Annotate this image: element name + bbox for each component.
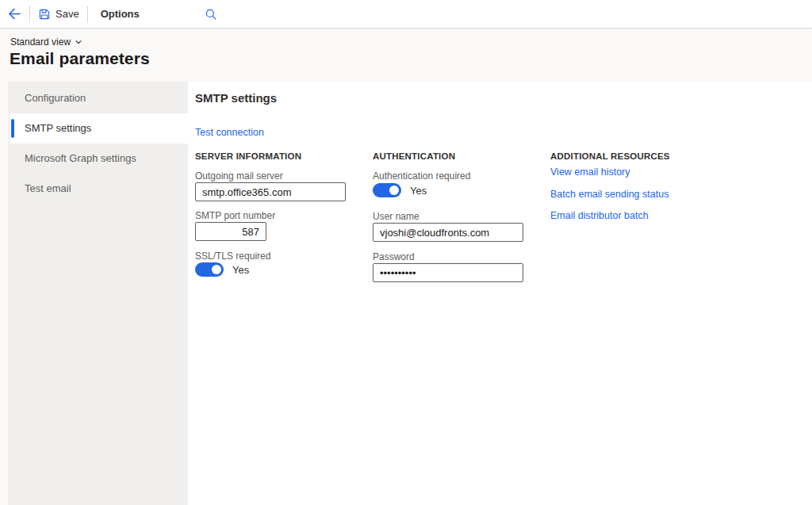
- command-bar: Save Options: [0, 0, 812, 29]
- sidebar-item-label: Test email: [25, 182, 71, 194]
- back-button[interactable]: [0, 0, 29, 28]
- authentication-heading: AUTHENTICATION: [373, 151, 455, 161]
- ssl-tls-state: Yes: [232, 264, 249, 276]
- toggle-knob: [212, 265, 221, 274]
- sidebar-item-label: Microsoft Graph settings: [25, 152, 136, 164]
- content-area: Configuration SMTP settings Microsoft Gr…: [0, 82, 812, 505]
- user-name-input[interactable]: [373, 223, 523, 242]
- server-information-heading: SERVER INFORMATION: [195, 151, 301, 161]
- save-button-label: Save: [56, 8, 79, 20]
- authentication-required-label: Authentication required: [373, 170, 470, 182]
- additional-resources-group: ADDITIONAL RESOURCES View email history …: [550, 82, 709, 505]
- smtp-port-label: SMTP port number: [195, 210, 275, 221]
- chevron-down-icon: [75, 38, 82, 46]
- email-parameters-page: Save Options Standard view Email para: [0, 0, 812, 505]
- view-switcher[interactable]: Standard view: [10, 36, 82, 48]
- options-button[interactable]: Options: [88, 0, 152, 28]
- save-button[interactable]: Save: [30, 0, 87, 28]
- selected-indicator: [11, 119, 14, 138]
- page-header: Standard view Email parameters: [0, 29, 812, 82]
- batch-email-sending-status-link[interactable]: Batch email sending status: [550, 189, 668, 200]
- left-gutter: [0, 82, 9, 505]
- authentication-required-state: Yes: [410, 185, 427, 197]
- password-label: Password: [373, 251, 415, 262]
- server-information-group: SERVER INFORMATION Outgoing mail server …: [195, 82, 354, 505]
- options-button-label: Options: [101, 8, 140, 20]
- smtp-settings-panel: SMTP settings Test connection SERVER INF…: [188, 82, 812, 505]
- authentication-group: AUTHENTICATION Authentication required Y…: [373, 82, 531, 505]
- sidebar-item-configuration[interactable]: Configuration: [10, 83, 188, 113]
- sidebar-item-label: SMTP settings: [25, 122, 91, 134]
- settings-nav: Configuration SMTP settings Microsoft Gr…: [9, 82, 188, 505]
- smtp-port-input[interactable]: [195, 222, 266, 241]
- email-distributor-batch-link[interactable]: Email distributor batch: [550, 210, 649, 221]
- sidebar-item-microsoft-graph-settings[interactable]: Microsoft Graph settings: [10, 143, 188, 174]
- sidebar-item-test-email[interactable]: Test email: [10, 174, 188, 204]
- search-icon: [205, 8, 217, 21]
- search-button[interactable]: [198, 0, 224, 28]
- ssl-tls-toggle-row: Yes: [195, 262, 249, 277]
- additional-resources-heading: ADDITIONAL RESOURCES: [550, 151, 670, 161]
- ssl-tls-toggle[interactable]: [195, 262, 224, 277]
- sidebar-item-label: Configuration: [25, 92, 86, 104]
- page-title: Email parameters: [10, 49, 150, 68]
- outgoing-mail-server-input[interactable]: [195, 182, 346, 201]
- user-name-label: User name: [373, 211, 419, 222]
- back-arrow-icon: [7, 6, 22, 21]
- authentication-required-toggle-row: Yes: [373, 183, 427, 197]
- view-email-history-link[interactable]: View email history: [550, 166, 630, 178]
- authentication-required-toggle[interactable]: [373, 183, 401, 197]
- toggle-knob: [389, 186, 399, 195]
- view-switcher-label: Standard view: [10, 36, 71, 48]
- ssl-tls-label: SSL/TLS required: [195, 251, 270, 262]
- save-icon: [38, 8, 51, 21]
- sidebar-item-smtp-settings[interactable]: SMTP settings: [10, 113, 188, 143]
- outgoing-mail-server-label: Outgoing mail server: [195, 170, 283, 182]
- password-input[interactable]: [373, 263, 523, 282]
